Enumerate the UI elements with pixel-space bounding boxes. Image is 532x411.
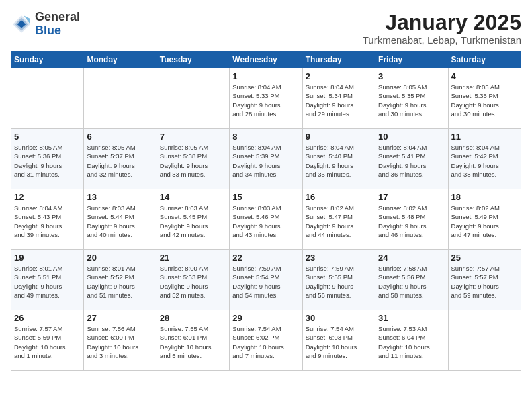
- day-info: Sunrise: 8:05 AM Sunset: 5:36 PM Dayligh…: [14, 143, 81, 179]
- calendar-cell: 15Sunrise: 8:03 AM Sunset: 5:46 PM Dayli…: [230, 189, 302, 250]
- calendar-cell: 26Sunrise: 7:57 AM Sunset: 5:59 PM Dayli…: [11, 310, 84, 371]
- day-number: 3: [378, 71, 445, 81]
- day-info: Sunrise: 8:04 AM Sunset: 5:43 PM Dayligh…: [14, 203, 81, 239]
- day-info: Sunrise: 8:04 AM Sunset: 5:40 PM Dayligh…: [306, 143, 372, 179]
- day-info: Sunrise: 8:01 AM Sunset: 5:51 PM Dayligh…: [14, 264, 81, 300]
- day-number: 26: [14, 313, 81, 323]
- calendar-cell: 3Sunrise: 8:05 AM Sunset: 5:35 PM Daylig…: [375, 68, 448, 129]
- calendar-cell: 11Sunrise: 8:04 AM Sunset: 5:42 PM Dayli…: [448, 129, 521, 189]
- day-number: 10: [378, 132, 445, 142]
- day-number: 8: [232, 132, 299, 142]
- day-number: 5: [14, 132, 81, 142]
- day-number: 31: [378, 313, 445, 323]
- calendar-cell: 29Sunrise: 7:54 AM Sunset: 6:02 PM Dayli…: [230, 310, 302, 371]
- calendar-cell: 16Sunrise: 8:02 AM Sunset: 5:47 PM Dayli…: [302, 189, 375, 250]
- calendar-cell: 6Sunrise: 8:05 AM Sunset: 5:37 PM Daylig…: [84, 129, 157, 189]
- day-info: Sunrise: 8:04 AM Sunset: 5:42 PM Dayligh…: [451, 143, 518, 179]
- day-info: Sunrise: 7:53 AM Sunset: 6:04 PM Dayligh…: [378, 324, 445, 360]
- day-header-thursday: Thursday: [302, 52, 375, 68]
- header: General Blue January 2025 Turkmenabat, L…: [11, 11, 521, 46]
- calendar-cell: 10Sunrise: 8:04 AM Sunset: 5:41 PM Dayli…: [375, 129, 448, 189]
- day-info: Sunrise: 8:02 AM Sunset: 5:47 PM Dayligh…: [306, 203, 372, 239]
- day-number: 9: [306, 132, 372, 142]
- day-number: 7: [160, 132, 226, 142]
- logo-icon: [11, 13, 32, 35]
- day-info: Sunrise: 7:55 AM Sunset: 6:01 PM Dayligh…: [160, 324, 226, 360]
- calendar-cell: [157, 68, 229, 129]
- days-header-row: SundayMondayTuesdayWednesdayThursdayFrid…: [11, 52, 521, 68]
- day-info: Sunrise: 8:01 AM Sunset: 5:52 PM Dayligh…: [87, 264, 153, 300]
- week-row-2: 5Sunrise: 8:05 AM Sunset: 5:36 PM Daylig…: [11, 129, 521, 189]
- week-row-1: 1Sunrise: 8:04 AM Sunset: 5:33 PM Daylig…: [11, 68, 521, 129]
- calendar-cell: 25Sunrise: 7:57 AM Sunset: 5:57 PM Dayli…: [448, 250, 521, 310]
- day-info: Sunrise: 8:03 AM Sunset: 5:45 PM Dayligh…: [160, 203, 226, 239]
- day-number: 17: [378, 192, 445, 202]
- calendar-cell: 2Sunrise: 8:04 AM Sunset: 5:34 PM Daylig…: [302, 68, 375, 129]
- day-info: Sunrise: 8:00 AM Sunset: 5:53 PM Dayligh…: [160, 264, 226, 300]
- day-number: 20: [87, 253, 153, 263]
- day-info: Sunrise: 7:54 AM Sunset: 6:03 PM Dayligh…: [306, 324, 372, 360]
- calendar-cell: 4Sunrise: 8:05 AM Sunset: 5:35 PM Daylig…: [448, 68, 521, 129]
- calendar-table: SundayMondayTuesdayWednesdayThursdayFrid…: [11, 51, 521, 371]
- day-number: 11: [451, 132, 518, 142]
- day-number: 14: [160, 192, 226, 202]
- week-row-5: 26Sunrise: 7:57 AM Sunset: 5:59 PM Dayli…: [11, 310, 521, 371]
- calendar-cell: 30Sunrise: 7:54 AM Sunset: 6:03 PM Dayli…: [302, 310, 375, 371]
- day-header-friday: Friday: [375, 52, 448, 68]
- day-number: 28: [160, 313, 226, 323]
- day-info: Sunrise: 7:58 AM Sunset: 5:56 PM Dayligh…: [378, 264, 445, 300]
- day-info: Sunrise: 7:54 AM Sunset: 6:02 PM Dayligh…: [232, 324, 299, 360]
- calendar-cell: 9Sunrise: 8:04 AM Sunset: 5:40 PM Daylig…: [302, 129, 375, 189]
- day-number: 2: [306, 71, 372, 81]
- calendar-cell: 14Sunrise: 8:03 AM Sunset: 5:45 PM Dayli…: [157, 189, 229, 250]
- calendar-cell: 13Sunrise: 8:03 AM Sunset: 5:44 PM Dayli…: [84, 189, 157, 250]
- day-info: Sunrise: 8:04 AM Sunset: 5:34 PM Dayligh…: [306, 83, 372, 118]
- day-number: 25: [451, 253, 518, 263]
- day-info: Sunrise: 8:03 AM Sunset: 5:46 PM Dayligh…: [232, 203, 299, 239]
- calendar-cell: 5Sunrise: 8:05 AM Sunset: 5:36 PM Daylig…: [11, 129, 84, 189]
- calendar-cell: 18Sunrise: 8:02 AM Sunset: 5:49 PM Dayli…: [448, 189, 521, 250]
- day-info: Sunrise: 8:05 AM Sunset: 5:37 PM Dayligh…: [87, 143, 153, 179]
- calendar-cell: 21Sunrise: 8:00 AM Sunset: 5:53 PM Dayli…: [157, 250, 229, 310]
- calendar-cell: 7Sunrise: 8:05 AM Sunset: 5:38 PM Daylig…: [157, 129, 229, 189]
- calendar-cell: 27Sunrise: 7:56 AM Sunset: 6:00 PM Dayli…: [84, 310, 157, 371]
- day-number: 23: [306, 253, 372, 263]
- day-info: Sunrise: 8:02 AM Sunset: 5:49 PM Dayligh…: [451, 203, 518, 239]
- day-info: Sunrise: 8:04 AM Sunset: 5:39 PM Dayligh…: [232, 143, 299, 179]
- day-number: 29: [232, 313, 299, 323]
- calendar-cell: 12Sunrise: 8:04 AM Sunset: 5:43 PM Dayli…: [11, 189, 84, 250]
- logo: General Blue: [11, 11, 80, 38]
- calendar-cell: [11, 68, 84, 129]
- calendar-subtitle: Turkmenabat, Lebap, Turkmenistan: [363, 34, 521, 46]
- title-block: January 2025 Turkmenabat, Lebap, Turkmen…: [363, 11, 521, 46]
- week-row-3: 12Sunrise: 8:04 AM Sunset: 5:43 PM Dayli…: [11, 189, 521, 250]
- day-info: Sunrise: 8:04 AM Sunset: 5:41 PM Dayligh…: [378, 143, 445, 179]
- calendar-cell: [448, 310, 521, 371]
- calendar-cell: 17Sunrise: 8:02 AM Sunset: 5:48 PM Dayli…: [375, 189, 448, 250]
- day-info: Sunrise: 8:02 AM Sunset: 5:48 PM Dayligh…: [378, 203, 445, 239]
- day-info: Sunrise: 8:05 AM Sunset: 5:35 PM Dayligh…: [378, 83, 445, 118]
- day-number: 22: [232, 253, 299, 263]
- day-info: Sunrise: 7:56 AM Sunset: 6:00 PM Dayligh…: [87, 324, 153, 360]
- day-header-wednesday: Wednesday: [230, 52, 302, 68]
- day-info: Sunrise: 7:57 AM Sunset: 5:57 PM Dayligh…: [451, 264, 518, 300]
- day-number: 13: [87, 192, 153, 202]
- calendar-cell: 24Sunrise: 7:58 AM Sunset: 5:56 PM Dayli…: [375, 250, 448, 310]
- calendar-cell: 22Sunrise: 7:59 AM Sunset: 5:54 PM Dayli…: [230, 250, 302, 310]
- day-header-monday: Monday: [84, 52, 157, 68]
- day-number: 6: [87, 132, 153, 142]
- calendar-title: January 2025: [363, 11, 521, 34]
- day-info: Sunrise: 8:05 AM Sunset: 5:35 PM Dayligh…: [451, 83, 518, 118]
- calendar-cell: 31Sunrise: 7:53 AM Sunset: 6:04 PM Dayli…: [375, 310, 448, 371]
- day-header-sunday: Sunday: [11, 52, 84, 68]
- day-info: Sunrise: 8:03 AM Sunset: 5:44 PM Dayligh…: [87, 203, 153, 239]
- day-number: 30: [306, 313, 372, 323]
- calendar-cell: 23Sunrise: 7:59 AM Sunset: 5:55 PM Dayli…: [302, 250, 375, 310]
- day-header-saturday: Saturday: [448, 52, 521, 68]
- week-row-4: 19Sunrise: 8:01 AM Sunset: 5:51 PM Dayli…: [11, 250, 521, 310]
- day-number: 12: [14, 192, 81, 202]
- day-number: 16: [306, 192, 372, 202]
- calendar-cell: 28Sunrise: 7:55 AM Sunset: 6:01 PM Dayli…: [157, 310, 229, 371]
- day-number: 15: [232, 192, 299, 202]
- day-number: 21: [160, 253, 226, 263]
